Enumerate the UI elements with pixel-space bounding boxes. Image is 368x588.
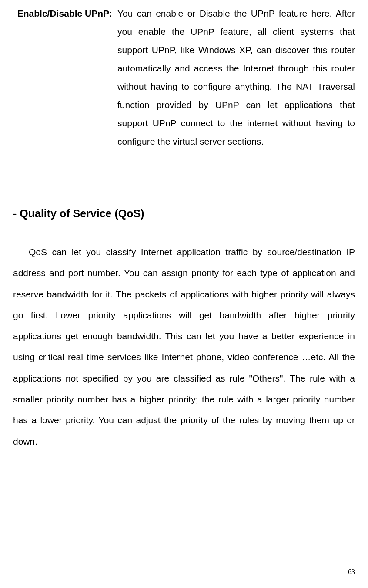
section-heading: - Quality of Service (QoS) [13,207,355,220]
section-body: QoS can let you classify Internet applic… [13,242,355,452]
page-number: 63 [348,568,355,576]
parameter-row: Enable/Disable UPnP: You can enable or D… [13,4,355,151]
footer-divider [13,565,355,565]
parameter-description: You can enable or Disable the UPnP featu… [117,4,355,151]
parameter-label: Enable/Disable UPnP: [13,4,117,23]
